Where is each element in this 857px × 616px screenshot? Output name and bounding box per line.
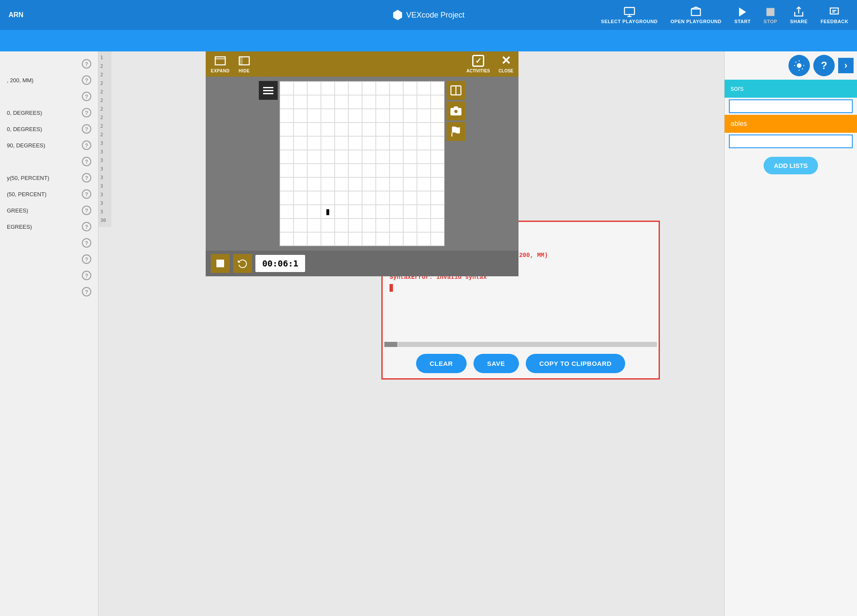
playground-overlay: EXPAND HIDE ✓ ACTIVITIES ✕ CLOSE <box>206 51 518 276</box>
help-icon-5[interactable]: ? <box>82 124 91 134</box>
grid-cell <box>417 191 431 205</box>
grid-cell <box>280 177 294 191</box>
grid-cell <box>335 205 348 218</box>
help-icon-1[interactable]: ? <box>82 59 91 69</box>
grid-right-button-top[interactable] <box>446 81 465 100</box>
help-icon-14[interactable]: ? <box>82 271 91 280</box>
grid-cell <box>431 95 444 109</box>
grid-cell <box>362 232 376 246</box>
activities-icon: ✓ <box>472 55 484 67</box>
grid-cell <box>335 123 348 136</box>
expand-button[interactable]: EXPAND <box>211 55 230 73</box>
grid-cell <box>403 164 417 177</box>
grid-cell <box>431 218 444 232</box>
help-icon-3[interactable]: ? <box>82 92 91 101</box>
item-label-8: y(50, PERCENT) <box>7 175 49 181</box>
hide-button[interactable]: HIDE <box>238 55 250 73</box>
help-icon-9[interactable]: ? <box>82 189 91 199</box>
stop-sim-button[interactable] <box>211 254 230 273</box>
help-icon-12[interactable]: ? <box>82 238 91 248</box>
grid-cell <box>431 109 444 123</box>
help-icon-15[interactable]: ? <box>82 287 91 296</box>
playground-controls: 00:06:1 <box>206 251 518 276</box>
grid-cell <box>417 232 431 246</box>
flag-button[interactable] <box>446 122 465 141</box>
add-lists-button[interactable]: ADD LISTS <box>764 157 818 174</box>
expand-panel-button[interactable]: › <box>838 58 854 73</box>
item-label-10: GREES) <box>7 207 28 214</box>
camera-button[interactable] <box>446 102 465 120</box>
grid-cell <box>321 232 335 246</box>
open-playground-button[interactable]: OPEN PLAYGROUND <box>671 6 722 24</box>
grid-cell <box>294 81 307 95</box>
grid-cell <box>376 109 390 123</box>
save-button[interactable]: SAVE <box>473 354 519 373</box>
reset-button[interactable] <box>233 254 252 273</box>
grid-cell <box>362 177 376 191</box>
console-buttons: CLEAR SAVE COPY TO CLIPBOARD <box>383 349 659 378</box>
svg-point-15 <box>454 110 458 114</box>
close-button[interactable]: ✕ CLOSE <box>499 55 513 73</box>
grid-cell <box>376 218 390 232</box>
grid-cell <box>417 205 431 218</box>
help-icon-2[interactable]: ? <box>82 75 91 85</box>
grid-cell <box>376 123 390 136</box>
svg-rect-9 <box>215 57 225 65</box>
grid-cell <box>280 164 294 177</box>
sensors-input[interactable] <box>729 99 853 113</box>
list-item: y(50, PERCENT) ? <box>0 170 98 186</box>
grid-area: // Generate grid cells document.write(Ar… <box>206 77 518 251</box>
list-item: ? <box>0 251 98 267</box>
grid-cell <box>294 136 307 150</box>
item-label-4: 0, DEGREES) <box>7 110 42 116</box>
list-item: ? <box>0 267 98 284</box>
variables-input[interactable] <box>729 135 853 148</box>
grid-cell <box>294 150 307 164</box>
help-icon-11[interactable]: ? <box>82 222 91 231</box>
help-icon-13[interactable]: ? <box>82 254 91 264</box>
scrollbar-thumb[interactable] <box>384 342 397 347</box>
feedback-button[interactable]: FEEDBACK <box>821 6 848 24</box>
start-button[interactable]: START <box>734 6 751 24</box>
list-item: 90, DEGREES) ? <box>0 137 98 153</box>
grid-cell <box>376 177 390 191</box>
share-button[interactable]: SHARE <box>790 6 808 24</box>
help-icon-10[interactable]: ? <box>82 206 91 215</box>
grid-cell <box>403 123 417 136</box>
grid-cell <box>294 164 307 177</box>
help-icon-4[interactable]: ? <box>82 108 91 117</box>
copy-to-clipboard-button[interactable]: COPY TO CLIPBOARD <box>526 354 626 373</box>
sunrise-icon-button[interactable] <box>788 55 810 76</box>
grid-cell <box>362 109 376 123</box>
variables-label: ables <box>731 120 747 127</box>
list-item: ? <box>0 235 98 251</box>
second-bar <box>0 30 857 51</box>
grid-cell <box>348 109 362 123</box>
grid-cell <box>348 150 362 164</box>
grid-cell <box>280 191 294 205</box>
console-scrollbar[interactable] <box>384 342 657 347</box>
grid-cell <box>390 218 403 232</box>
grid-cell <box>376 81 390 95</box>
grid-cell <box>431 164 444 177</box>
activities-button[interactable]: ✓ ACTIVITIES <box>467 55 490 73</box>
grid-cell <box>335 232 348 246</box>
help-icon-6[interactable]: ? <box>82 141 91 150</box>
grid-cell <box>417 95 431 109</box>
grid-cell <box>321 191 335 205</box>
help-icon-7[interactable]: ? <box>82 157 91 166</box>
stop-button[interactable]: STOP <box>764 6 777 24</box>
grid-cell <box>307 150 321 164</box>
grid-cell <box>335 218 348 232</box>
grid-cell <box>280 232 294 246</box>
help-icon-8[interactable]: ? <box>82 173 91 182</box>
vex-hex-icon <box>393 10 403 20</box>
grid-cell <box>348 81 362 95</box>
center-content: 12222 22222 33333 333330 EXPAND HIDE ✓ <box>99 51 724 616</box>
project-title: VEXcode Project <box>406 11 464 20</box>
help-button[interactable]: ? <box>813 55 835 76</box>
hamburger-menu-button[interactable] <box>259 81 278 100</box>
grid-cell <box>321 109 335 123</box>
clear-button[interactable]: CLEAR <box>416 354 467 373</box>
select-playground-button[interactable]: SELECT PLAYGROUND <box>601 6 658 24</box>
